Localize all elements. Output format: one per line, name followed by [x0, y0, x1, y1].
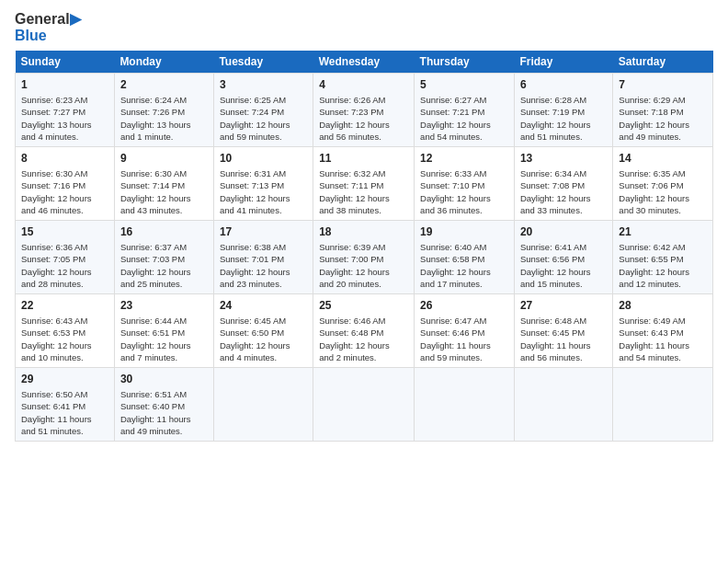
calendar-cell: 6Sunrise: 6:28 AMSunset: 7:19 PMDaylight… [514, 74, 612, 147]
day-info: Sunset: 6:51 PM [120, 327, 208, 339]
day-number: 12 [420, 151, 508, 167]
day-info: and 54 minutes. [619, 351, 707, 363]
day-number: 2 [120, 77, 208, 93]
day-info: and 56 minutes. [319, 131, 408, 143]
day-info: Daylight: 12 hours [619, 192, 707, 204]
day-info: Daylight: 12 hours [120, 339, 208, 351]
calendar-cell: 2Sunrise: 6:24 AMSunset: 7:26 PMDaylight… [114, 74, 213, 147]
day-info: Daylight: 12 hours [120, 266, 208, 278]
day-info: Sunset: 7:23 PM [319, 106, 408, 118]
day-info: Sunrise: 6:41 AM [520, 241, 607, 253]
day-info: Sunrise: 6:28 AM [520, 94, 607, 106]
day-number: 14 [619, 151, 707, 167]
day-info: Sunrise: 6:48 AM [520, 315, 607, 327]
day-number: 15 [21, 224, 108, 240]
day-info: Daylight: 12 hours [220, 266, 307, 278]
day-info: Sunset: 6:46 PM [420, 327, 508, 339]
day-info: Sunrise: 6:43 AM [21, 315, 108, 327]
day-info: Daylight: 12 hours [619, 119, 707, 131]
calendar-cell: 21Sunrise: 6:42 AMSunset: 6:55 PMDayligh… [613, 221, 713, 294]
day-info: Sunset: 7:18 PM [619, 106, 707, 118]
day-info: Sunrise: 6:50 AM [21, 388, 108, 400]
day-number: 4 [319, 77, 408, 93]
day-info: Sunrise: 6:40 AM [420, 241, 508, 253]
day-info: Sunset: 7:10 PM [420, 179, 508, 191]
day-info: Sunset: 6:56 PM [520, 253, 607, 265]
day-number: 17 [220, 224, 307, 240]
day-info: Sunrise: 6:37 AM [120, 241, 208, 253]
day-info: Sunset: 6:53 PM [21, 327, 108, 339]
day-info: Sunset: 6:43 PM [619, 327, 707, 339]
day-info: Sunset: 6:41 PM [21, 400, 108, 412]
day-number: 19 [420, 224, 508, 240]
calendar-cell: 18Sunrise: 6:39 AMSunset: 7:00 PMDayligh… [313, 221, 415, 294]
day-info: Daylight: 11 hours [619, 339, 707, 351]
day-info: Sunset: 6:48 PM [319, 327, 408, 339]
col-header-saturday: Saturday [613, 51, 713, 74]
day-info: Sunrise: 6:39 AM [319, 241, 408, 253]
day-number: 27 [520, 298, 607, 314]
day-info: and 10 minutes. [21, 351, 108, 363]
day-info: Daylight: 13 hours [120, 119, 208, 131]
day-info: Daylight: 12 hours [21, 339, 108, 351]
calendar-cell: 26Sunrise: 6:47 AMSunset: 6:46 PMDayligh… [415, 294, 515, 368]
day-info: Daylight: 12 hours [619, 266, 707, 278]
day-info: Daylight: 12 hours [520, 192, 607, 204]
calendar-cell: 19Sunrise: 6:40 AMSunset: 6:58 PMDayligh… [415, 221, 515, 294]
day-number: 21 [619, 224, 707, 240]
day-info: and 15 minutes. [520, 278, 607, 290]
calendar-cell: 29Sunrise: 6:50 AMSunset: 6:41 PMDayligh… [16, 368, 115, 442]
day-info: Sunrise: 6:32 AM [319, 167, 408, 179]
day-number: 26 [420, 298, 508, 314]
day-info: and 7 minutes. [120, 351, 208, 363]
day-info: Daylight: 12 hours [21, 266, 108, 278]
day-info: and 4 minutes. [21, 131, 108, 143]
calendar-cell: 15Sunrise: 6:36 AMSunset: 7:05 PMDayligh… [16, 221, 115, 294]
day-info: Daylight: 13 hours [21, 119, 108, 131]
col-header-wednesday: Wednesday [313, 51, 415, 74]
day-info: Daylight: 12 hours [420, 266, 508, 278]
calendar-cell: 20Sunrise: 6:41 AMSunset: 6:56 PMDayligh… [514, 221, 612, 294]
day-info: Sunset: 7:11 PM [319, 179, 408, 191]
day-info: Sunset: 6:58 PM [420, 253, 508, 265]
day-info: Daylight: 12 hours [319, 266, 408, 278]
day-info: Daylight: 11 hours [21, 413, 108, 425]
calendar-cell: 5Sunrise: 6:27 AMSunset: 7:21 PMDaylight… [415, 74, 515, 147]
page-header: General▶ Blue [15, 11, 713, 43]
day-info: Daylight: 12 hours [319, 339, 408, 351]
calendar-cell: 1Sunrise: 6:23 AMSunset: 7:27 PMDaylight… [16, 74, 115, 147]
day-info: Sunrise: 6:24 AM [120, 94, 208, 106]
day-info: Daylight: 12 hours [120, 192, 208, 204]
day-info: Sunrise: 6:29 AM [619, 94, 707, 106]
day-number: 5 [420, 77, 508, 93]
day-number: 9 [120, 151, 208, 167]
calendar-cell: 7Sunrise: 6:29 AMSunset: 7:18 PMDaylight… [613, 74, 713, 147]
day-info: Sunrise: 6:44 AM [120, 315, 208, 327]
calendar-cell [514, 368, 612, 442]
day-info: Sunrise: 6:45 AM [220, 315, 307, 327]
day-info: Sunrise: 6:31 AM [220, 167, 307, 179]
day-info: Sunset: 7:24 PM [220, 106, 307, 118]
day-info: Sunset: 7:27 PM [21, 106, 108, 118]
calendar-cell: 3Sunrise: 6:25 AMSunset: 7:24 PMDaylight… [213, 74, 313, 147]
calendar-cell: 9Sunrise: 6:30 AMSunset: 7:14 PMDaylight… [114, 147, 213, 221]
day-info: Sunset: 7:08 PM [520, 179, 607, 191]
day-number: 23 [120, 298, 208, 314]
calendar-cell: 10Sunrise: 6:31 AMSunset: 7:13 PMDayligh… [213, 147, 313, 221]
day-info: and 1 minute. [120, 131, 208, 143]
day-number: 18 [319, 224, 408, 240]
day-info: and 23 minutes. [220, 278, 307, 290]
day-info: Sunset: 7:14 PM [120, 179, 208, 191]
calendar-cell: 25Sunrise: 6:46 AMSunset: 6:48 PMDayligh… [313, 294, 415, 368]
day-number: 13 [520, 151, 607, 167]
calendar-cell [613, 368, 713, 442]
day-number: 1 [21, 77, 108, 93]
day-info: and 12 minutes. [619, 278, 707, 290]
day-info: Sunrise: 6:33 AM [420, 167, 508, 179]
day-info: Sunrise: 6:30 AM [21, 167, 108, 179]
day-info: and 38 minutes. [319, 204, 408, 216]
day-number: 22 [21, 298, 108, 314]
day-info: and 49 minutes. [619, 131, 707, 143]
day-info: Daylight: 12 hours [220, 192, 307, 204]
col-header-friday: Friday [514, 51, 612, 74]
